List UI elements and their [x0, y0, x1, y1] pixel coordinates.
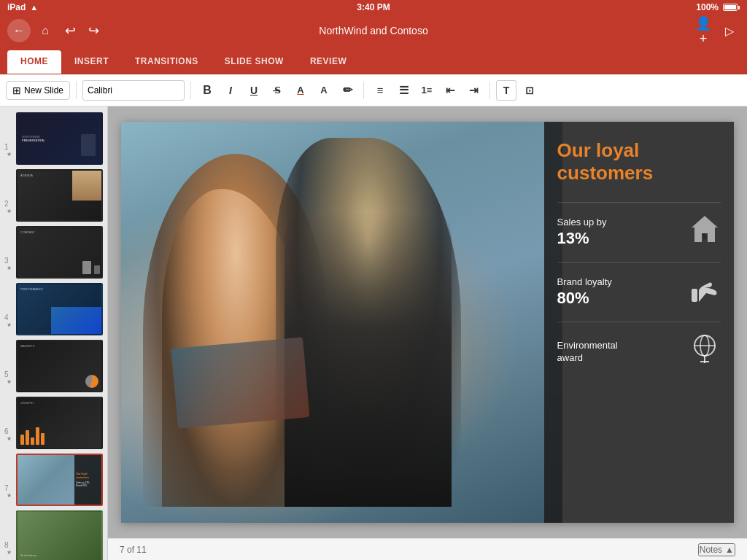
tab-home[interactable]: HOME — [7, 50, 61, 74]
new-slide-button[interactable]: ⊞ New Slide — [6, 81, 70, 100]
present-button[interactable]: ▷ — [719, 20, 740, 41]
slide-thumb-7[interactable]: Our loyal customers Sales up 13% Brand 8… — [16, 454, 103, 506]
time-label: 3:40 PM — [357, 2, 390, 12]
tab-slideshow[interactable]: SLIDE SHOW — [212, 50, 297, 74]
slide-canvas-wrapper: Our loyal customers Sales up by 13% $ — [108, 106, 747, 538]
undo-button[interactable]: ↩ — [60, 20, 80, 41]
svg-text:$: $ — [703, 233, 707, 241]
battery-icon — [723, 4, 740, 11]
slide-star-3: ★ — [7, 265, 12, 271]
notes-label: Notes — [700, 545, 722, 555]
stat-loyalty-label: Brand loyalty — [557, 276, 612, 289]
bottom-bar: 7 of 11 Notes ▲ — [108, 538, 747, 560]
new-slide-icon: ⊞ — [12, 85, 21, 96]
slide-number-1: 1 — [4, 128, 13, 151]
toolbar-divider-3 — [363, 82, 364, 99]
slide-star-7: ★ — [7, 492, 12, 499]
home-button[interactable]: ⌂ — [34, 19, 57, 42]
back-button[interactable]: ← — [7, 19, 31, 42]
pie-chart-icon — [85, 375, 98, 388]
slide-number-3: 3 — [4, 242, 13, 265]
numbered-list-button[interactable]: 1≡ — [417, 80, 437, 101]
page-info: 7 of 11 — [120, 545, 147, 555]
wifi-icon: ▲ — [30, 3, 38, 12]
increase-indent-button[interactable]: ⇥ — [463, 80, 484, 101]
slide-headline: Our loyal customers — [557, 139, 721, 184]
slide-item-2[interactable]: 2 ★ AGENDA — [4, 169, 103, 222]
add-people-button[interactable]: 👤+ — [693, 20, 713, 41]
slide-number-4: 4 — [4, 299, 13, 322]
tab-insert[interactable]: INSERT — [61, 50, 122, 74]
slide-number-5: 5 — [4, 356, 13, 378]
content-area: Our loyal customers Sales up by 13% $ — [108, 106, 747, 560]
slide-star-8: ★ — [7, 549, 12, 556]
stat-sales-label: Sales up by — [557, 217, 607, 229]
slide-thumb-5[interactable]: MARKETS — [16, 340, 103, 392]
stat-loyalty: Brand loyalty 80% — [557, 262, 721, 322]
underline-button[interactable]: U — [244, 80, 264, 101]
slide-thumb-3[interactable]: COMPANY — [16, 226, 103, 279]
slide-item-7[interactable]: 7 ★ Our loyal customers Sales up 13% Bra… — [4, 454, 103, 506]
font-selector[interactable] — [82, 80, 185, 101]
tab-transitions[interactable]: TRANSITIONS — [122, 50, 212, 74]
main-area: 1 ★ NORTHWIND PRESENTATION 2 ★ A — [0, 106, 747, 560]
more-button[interactable]: ⊡ — [519, 80, 540, 101]
slide-number-6: 6 — [4, 413, 13, 435]
slide-star-5: ★ — [7, 378, 12, 385]
text-box-button[interactable]: T — [496, 80, 516, 101]
bullet-list-button[interactable]: ☰ — [393, 80, 414, 101]
carrier-label: iPad — [7, 2, 26, 12]
loyalty-icon — [689, 273, 721, 311]
stat-environment-label: Environmental award — [557, 340, 618, 365]
notes-arrow-icon: ▲ — [725, 545, 734, 555]
stat-environment: Environmental award — [557, 322, 721, 381]
slide-thumb-1[interactable]: NORTHWIND PRESENTATION — [16, 112, 103, 165]
slide-item-3[interactable]: 3 ★ COMPANY — [4, 226, 103, 279]
bold-button[interactable]: B — [197, 80, 217, 101]
slide-thumb-6[interactable]: GROWTH — [16, 397, 103, 449]
slide-number-8: 8 — [4, 526, 13, 549]
decrease-indent-button[interactable]: ⇤ — [440, 80, 460, 101]
toolbar-divider-4 — [489, 82, 490, 99]
slide-thumb-4[interactable]: PERFORMANCE — [16, 283, 103, 335]
slide-number-2: 2 — [4, 185, 13, 208]
sales-icon: $ — [689, 213, 721, 252]
battery-label: 100% — [696, 2, 719, 12]
bar-chart-icon — [20, 427, 44, 445]
slide-item-4[interactable]: 4 ★ PERFORMANCE — [4, 283, 103, 335]
stat-loyalty-value: 80% — [557, 289, 612, 308]
slide-thumb-8[interactable]: To the future — [16, 510, 103, 560]
slide-item-6[interactable]: 6 ★ GROWTH — [4, 397, 103, 449]
slide-star-6: ★ — [7, 435, 12, 442]
doc-title: NorthWind and Contoso — [319, 25, 427, 36]
align-left-button[interactable]: ≡ — [370, 80, 390, 101]
slide-star-2: ★ — [7, 208, 12, 214]
slide-canvas: Our loyal customers Sales up by 13% $ — [121, 122, 734, 523]
slide-star-1: ★ — [7, 151, 12, 158]
tab-review[interactable]: REVIEW — [297, 50, 360, 74]
slide-info-panel: Our loyal customers Sales up by 13% $ — [544, 122, 734, 523]
slide-item-1[interactable]: 1 ★ NORTHWIND PRESENTATION — [4, 112, 103, 165]
font-color-button[interactable]: A — [290, 80, 311, 101]
slide-item-5[interactable]: 5 ★ MARKETS — [4, 340, 103, 392]
new-slide-label: New Slide — [24, 85, 63, 96]
italic-button[interactable]: I — [220, 80, 241, 101]
redo-button[interactable]: ↪ — [83, 20, 104, 41]
stat-sales-value: 13% — [557, 229, 607, 248]
slide-panel: 1 ★ NORTHWIND PRESENTATION 2 ★ A — [0, 106, 108, 560]
tab-bar: HOME INSERT TRANSITIONS SLIDE SHOW REVIE… — [0, 47, 747, 74]
status-bar: iPad ▲ 3:40 PM 100% — [0, 0, 747, 15]
toolbar-divider-1 — [76, 82, 77, 99]
highlight-button[interactable]: A — [314, 80, 334, 101]
toolbar-divider-2 — [190, 82, 191, 99]
toolbar: ⊞ New Slide B I U S̶ A A ✏ ≡ ☰ 1≡ ⇤ ⇥ T … — [0, 74, 747, 106]
slide-thumb-2[interactable]: AGENDA — [16, 169, 103, 222]
title-bar: ← ⌂ ↩ ↪ NorthWind and Contoso 👤+ ▷ — [0, 15, 747, 47]
stat-sales: Sales up by 13% $ — [557, 202, 721, 262]
slide-item-8[interactable]: 8 ★ To the future — [4, 510, 103, 560]
strikethrough-button[interactable]: S̶ — [267, 80, 287, 101]
notes-button[interactable]: Notes ▲ — [698, 543, 735, 556]
highlight-marker-button[interactable]: ✏ — [337, 80, 357, 101]
environment-icon — [689, 332, 721, 371]
svg-rect-2 — [692, 289, 697, 302]
